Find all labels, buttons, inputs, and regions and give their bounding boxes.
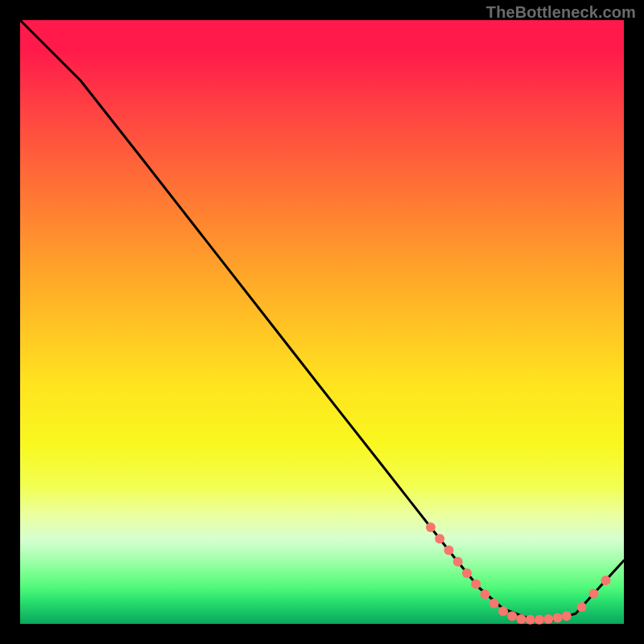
data-point-marker <box>526 615 535 625</box>
data-point-marker <box>462 568 472 578</box>
main-curve <box>20 20 624 621</box>
data-point-marker <box>543 614 553 624</box>
plot-area <box>20 20 624 624</box>
data-point-marker <box>426 522 436 532</box>
data-point-marker <box>535 615 544 625</box>
data-point-marker <box>589 589 599 599</box>
marker-group <box>426 522 611 625</box>
data-point-marker <box>453 557 463 567</box>
data-point-marker <box>471 580 481 589</box>
chart-stage: TheBottleneck.com <box>0 0 644 644</box>
data-point-marker <box>562 611 572 621</box>
data-point-marker <box>601 576 611 585</box>
watermark-text: TheBottleneck.com <box>486 3 636 22</box>
data-point-marker <box>498 606 508 616</box>
data-point-marker <box>517 614 526 624</box>
chart-svg <box>20 20 624 624</box>
data-point-marker <box>481 589 490 599</box>
data-point-marker <box>489 599 499 609</box>
data-point-marker <box>577 602 587 612</box>
data-point-marker <box>553 613 563 623</box>
data-point-marker <box>444 546 454 555</box>
data-point-marker <box>435 534 444 543</box>
data-point-marker <box>507 611 517 621</box>
